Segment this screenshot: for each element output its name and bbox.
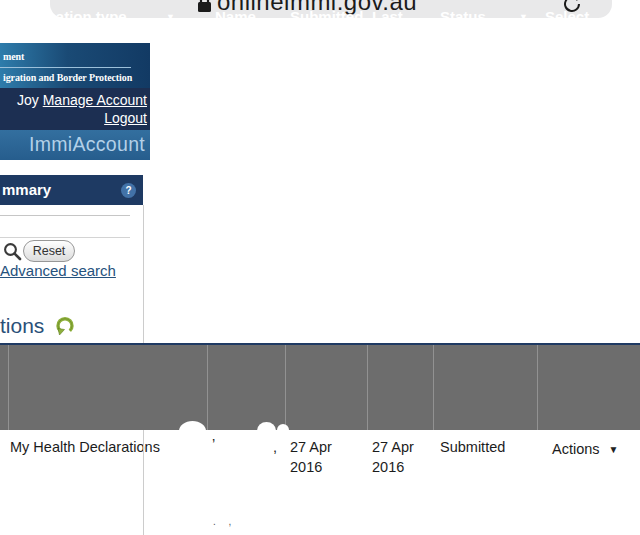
sidebar-field-divider xyxy=(0,215,130,216)
column-separator xyxy=(285,345,286,430)
sidebar-field-divider xyxy=(0,237,130,238)
crest-divider xyxy=(0,67,131,68)
cell-application-type: My Health Declarations xyxy=(10,437,200,457)
column-header-select-action: Select Action xyxy=(545,7,615,47)
gov-title-line2: igration and Border Protection xyxy=(3,72,132,83)
logout-link[interactable]: Logout xyxy=(104,110,147,126)
sort-arrow-icon[interactable]: ▼ xyxy=(347,34,356,44)
refresh-icon[interactable] xyxy=(55,316,76,337)
sort-arrow-icon[interactable]: ▼ xyxy=(166,7,175,27)
cell-name-fragment: . , xyxy=(213,512,236,532)
column-label: Status xyxy=(440,7,486,27)
column-header-name[interactable]: Name (Date of birth) ▼ xyxy=(215,7,279,69)
padlock-icon xyxy=(196,0,213,14)
column-separator xyxy=(433,345,434,430)
cell-last-updated: 27 Apr 2016 xyxy=(372,437,432,477)
sidebar-title: mmary xyxy=(2,175,51,205)
sort-arrow-icon[interactable]: ▼ xyxy=(519,7,528,27)
applications-heading: tions xyxy=(0,314,44,338)
sort-arrow-icon[interactable]: ▼ xyxy=(258,54,267,64)
redaction-blob xyxy=(277,424,289,436)
cell-submitted-on: 27 Apr 2016 xyxy=(290,437,350,477)
column-separator xyxy=(8,345,9,430)
actions-dropdown[interactable]: Actions ▼ xyxy=(552,441,618,457)
advanced-search-link[interactable]: Advanced search xyxy=(0,262,116,279)
user-name: Joy xyxy=(17,92,39,108)
column-label: Application type xyxy=(10,7,127,27)
cell-name-fragment: ’ xyxy=(212,434,215,454)
column-label: Select Action xyxy=(545,8,592,45)
account-box: Joy Manage Account Logout xyxy=(0,88,150,130)
sort-arrow-icon[interactable]: ▼ xyxy=(372,54,381,64)
cell-name-fragment: , xyxy=(273,437,277,457)
column-separator xyxy=(367,345,368,430)
actions-label: Actions xyxy=(552,441,600,457)
column-label: Last updated xyxy=(372,8,430,45)
brand-band: ImmiAccount xyxy=(0,130,150,160)
help-icon[interactable]: ? xyxy=(121,183,136,198)
column-header-application-type[interactable]: Application type ▼ xyxy=(10,7,195,27)
immiaccount-logo: ImmiAccount xyxy=(29,133,145,156)
sidebar-title-bar: mmary ? xyxy=(0,175,143,205)
search-icon[interactable] xyxy=(3,242,22,261)
crest-band: ment igration and Border Protection xyxy=(0,43,150,88)
cell-status: Submitted xyxy=(440,437,535,457)
site-header: ment igration and Border Protection Joy … xyxy=(0,43,150,160)
table-header xyxy=(0,343,640,430)
column-header-last-updated[interactable]: Last updated ▼ xyxy=(372,7,442,69)
page: onlineimmi.gov.au ment igration and Bord… xyxy=(0,0,640,535)
dropdown-arrow-icon: ▼ xyxy=(609,444,619,455)
column-header-submitted-on[interactable]: Submitted on ▼ xyxy=(290,7,366,49)
column-separator xyxy=(207,345,208,430)
redaction-blob xyxy=(257,422,276,439)
column-separator xyxy=(537,345,538,430)
gov-title-line1: ment xyxy=(3,51,24,62)
reset-button[interactable]: Reset xyxy=(23,240,75,262)
redaction-blob xyxy=(179,421,206,441)
column-header-status[interactable]: Status ▼ xyxy=(440,7,532,27)
manage-account-link[interactable]: Manage Account xyxy=(43,92,147,108)
